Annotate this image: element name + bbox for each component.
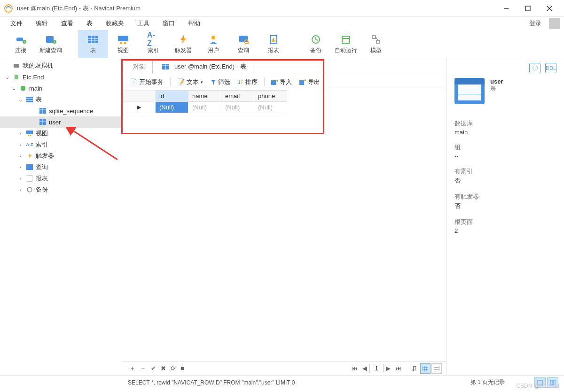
cell[interactable]: (Null) (188, 102, 221, 113)
tree-node-indexes[interactable]: ›A-Z索引 (0, 139, 122, 150)
menu-tools[interactable]: 工具 (131, 17, 156, 30)
import-button[interactable]: 导入 (268, 77, 295, 87)
user-icon (207, 33, 219, 46)
page-number-input[interactable] (369, 364, 384, 373)
first-page-button[interactable]: ⏮ (349, 365, 360, 372)
tab-user-table[interactable]: user @main (Etc.End) - 表 (152, 60, 253, 74)
info-icon[interactable]: ⓘ (529, 63, 540, 73)
tree-node-backups[interactable]: ›备份 (0, 184, 122, 195)
filter-button[interactable]: 筛选 (208, 77, 233, 87)
maximize-button[interactable] (517, 1, 539, 15)
svg-rect-62 (271, 80, 276, 85)
info-trigger-value: 否 (454, 202, 556, 210)
menu-window[interactable]: 窗口 (156, 17, 181, 30)
menu-table[interactable]: 表 (80, 17, 99, 30)
menu-help[interactable]: 帮助 (181, 17, 207, 30)
toolbar-backup[interactable]: 备份 (301, 30, 331, 58)
toggle-limit-button[interactable]: ⇵ (409, 365, 419, 372)
col-phone[interactable]: phone (254, 91, 287, 102)
minimize-button[interactable] (495, 1, 517, 15)
menubar: 文件 编辑 查看 表 收藏夹 工具 窗口 帮助 登录 (0, 17, 564, 30)
col-name[interactable]: name (188, 91, 221, 102)
status-page-info: 第 1 页无记录 (470, 378, 505, 386)
commit-button[interactable]: ✔ (149, 365, 158, 372)
table-icon (39, 107, 47, 115)
begin-transaction-button[interactable]: 📄开始事务 (127, 77, 166, 87)
data-grid[interactable]: id name email phone ▶ (Null) (Null) (Nul… (122, 90, 446, 361)
tree-node-triggers[interactable]: ›触发器 (0, 150, 122, 161)
svg-rect-32 (376, 40, 380, 43)
last-page-button[interactable]: ⏭ (393, 365, 404, 372)
toolbar-connect[interactable]: +连接 (6, 30, 36, 58)
svg-rect-64 (423, 366, 428, 371)
svg-rect-27 (274, 40, 275, 42)
tree-node-sqlite-sequence[interactable]: sqlite_sequence (0, 105, 122, 116)
tree-node-vm[interactable]: 我的虚拟机 (0, 60, 122, 71)
sqlite-icon (12, 73, 21, 81)
toolbar-autorun[interactable]: 自动运行 (331, 30, 361, 58)
table-group-icon (25, 96, 34, 103)
backup-icon (310, 33, 322, 46)
bolt-icon (177, 33, 189, 46)
sort-button[interactable]: 排序 (235, 77, 260, 87)
svg-rect-5 (16, 38, 23, 41)
tree-node-queries[interactable]: ›查询 (0, 161, 122, 173)
login-link[interactable]: 登录 (525, 17, 546, 30)
toolbar-table[interactable]: 表 (78, 30, 108, 58)
info-index-label: 有索引 (454, 167, 556, 176)
tree-node-tables[interactable]: ⌄表 (0, 94, 122, 105)
tree-node-etcend[interactable]: ⌄Etc.End (0, 71, 122, 83)
svg-rect-8 (46, 36, 54, 43)
form-view-button[interactable] (431, 363, 442, 374)
tree-node-views[interactable]: ›视图 (0, 128, 122, 139)
avatar-icon[interactable] (549, 18, 560, 29)
toolbar-view[interactable]: 视图 (108, 30, 138, 58)
text-button[interactable]: 📝文本▾ (174, 77, 206, 87)
close-button[interactable] (539, 1, 560, 15)
toolbar-new-query[interactable]: +新建查询 (36, 30, 66, 58)
refresh-button[interactable]: ⟳ (168, 365, 178, 372)
svg-point-49 (30, 135, 31, 137)
tree-node-reports[interactable]: ›报表 (0, 173, 122, 184)
export-button[interactable]: 导出 (297, 77, 323, 87)
add-row-button[interactable]: ＋ (127, 364, 138, 373)
delete-row-button[interactable]: － (138, 364, 149, 373)
toolbar-trigger[interactable]: 触发器 (168, 30, 198, 58)
svg-rect-31 (372, 36, 376, 38)
import-icon (271, 79, 278, 85)
col-email[interactable]: email (221, 91, 254, 102)
menu-view[interactable]: 查看 (55, 17, 80, 30)
cell[interactable]: (Null) (156, 102, 188, 113)
svg-line-23 (248, 43, 249, 44)
stop-button[interactable]: ■ (178, 365, 187, 372)
app-logo-icon (4, 4, 13, 13)
backup-group-icon (25, 186, 34, 193)
toolbar-index[interactable]: A-Z索引 (138, 30, 168, 58)
col-id[interactable]: id (156, 91, 188, 102)
next-page-button[interactable]: ▶ (384, 365, 393, 372)
toolbar-model[interactable]: 模型 (361, 30, 391, 58)
menu-edit[interactable]: 编辑 (29, 17, 55, 30)
cell[interactable]: (Null) (221, 102, 254, 113)
tree-node-user[interactable]: user (0, 116, 122, 128)
menu-favorites[interactable]: 收藏夹 (99, 17, 131, 30)
tree-node-main[interactable]: ⌄main (0, 83, 122, 94)
toolbar-query[interactable]: 查询 (228, 30, 258, 58)
toolbar-report[interactable]: 报表 (258, 30, 289, 58)
svg-rect-63 (299, 80, 304, 85)
trigger-group-icon (25, 152, 34, 160)
svg-rect-16 (118, 36, 128, 41)
tab-objects[interactable]: 对象 (126, 60, 152, 74)
window-title: user @main (Etc.End) - 表 - Navicat Premi… (17, 4, 495, 13)
index-icon: A-Z (147, 33, 159, 46)
cell[interactable]: (Null) (254, 102, 287, 113)
cancel-button[interactable]: ✖ (158, 365, 168, 372)
table-row[interactable]: ▶ (Null) (Null) (Null) (Null) (123, 102, 287, 113)
toolbar-user[interactable]: 用户 (198, 30, 228, 58)
svg-point-48 (28, 135, 30, 137)
menu-file[interactable]: 文件 (4, 17, 29, 30)
prev-page-button[interactable]: ◀ (360, 365, 369, 372)
sort-icon (238, 79, 243, 85)
ddl-icon[interactable]: DDL (545, 63, 556, 73)
grid-view-button[interactable] (420, 363, 431, 374)
